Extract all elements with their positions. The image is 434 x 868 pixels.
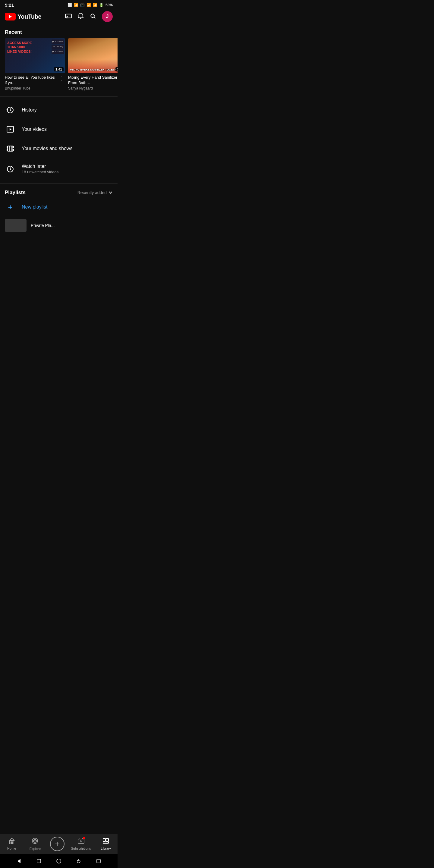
square-button[interactable] bbox=[93, 856, 104, 867]
menu-item-watch-later[interactable]: Watch later 18 unwatched videos bbox=[0, 158, 118, 180]
svg-rect-27 bbox=[103, 842, 108, 843]
recent-scroll: Access morethan 5000liked videos! ▶ YouT… bbox=[0, 38, 118, 95]
signal-icon: 📶 bbox=[93, 3, 97, 7]
divider-1 bbox=[0, 96, 118, 97]
avatar[interactable]: J bbox=[102, 11, 113, 22]
svg-rect-29 bbox=[37, 859, 41, 863]
video-card-2[interactable]: MIXING EVERY SANITIZER TOGETHER 30:53 Mi… bbox=[68, 38, 118, 90]
battery-icon: 🔋 bbox=[99, 3, 104, 7]
play-triangle bbox=[7, 14, 13, 19]
library-icon bbox=[102, 838, 110, 845]
nav-home-label: Home bbox=[7, 846, 16, 850]
video-channel-2: Safiya Nygaard bbox=[68, 86, 118, 90]
nav-create-button[interactable]: + bbox=[50, 837, 64, 851]
sort-button[interactable]: Recently added bbox=[78, 190, 113, 195]
menu-item-movies[interactable]: Your movies and shows bbox=[0, 139, 118, 158]
menu-item-your-videos[interactable]: Your videos bbox=[0, 120, 118, 139]
your-videos-label: Your videos bbox=[22, 127, 47, 132]
create-plus-icon: + bbox=[55, 840, 60, 848]
video-channel-1: Bhupinder Tube bbox=[5, 86, 57, 90]
playlist-item-1[interactable]: Private Pla... bbox=[0, 216, 118, 235]
logo-text: YouTube bbox=[18, 13, 41, 20]
svg-marker-28 bbox=[18, 859, 21, 863]
duration-1: 1:41 bbox=[54, 67, 64, 71]
video-thumb-2: MIXING EVERY SANITIZER TOGETHER 30:53 bbox=[68, 38, 118, 73]
playlist-thumb-1 bbox=[5, 219, 27, 232]
playlists-title: Playlists bbox=[5, 190, 26, 195]
video-info-1: How to see all YouTube likes if yo… Bhup… bbox=[5, 73, 65, 90]
playlists-header: Playlists Recently added bbox=[0, 185, 118, 198]
playlist-info-1: Private Pla... bbox=[31, 223, 113, 228]
nav-item-library[interactable]: Library bbox=[97, 838, 114, 850]
nav-explore-label: Explore bbox=[30, 847, 41, 850]
video-thumb-1: Access morethan 5000liked videos! ▶ YouT… bbox=[5, 38, 65, 73]
new-playlist-item[interactable]: + New playlist bbox=[0, 198, 118, 216]
system-nav bbox=[0, 854, 118, 868]
video-more-1[interactable]: ⋮ bbox=[59, 75, 65, 82]
header-actions: J bbox=[65, 11, 113, 22]
svg-marker-22 bbox=[81, 840, 82, 842]
notifications-icon[interactable] bbox=[78, 13, 84, 21]
vibrate-icon: 📳 bbox=[80, 3, 85, 7]
svg-rect-12 bbox=[7, 146, 13, 151]
divider-2 bbox=[0, 183, 118, 184]
thumb-2-text: MIXING EVERY SANITIZER TOGETHER bbox=[70, 68, 118, 71]
menu-item-history[interactable]: History bbox=[0, 100, 118, 120]
wifi-icon: 📶 bbox=[87, 3, 91, 7]
nav-library-label: Library bbox=[101, 846, 111, 850]
svg-line-4 bbox=[94, 17, 96, 19]
status-icons: ⬜ 📶 📳 📶 📶 🔋 53% bbox=[67, 3, 113, 7]
history-icon bbox=[6, 106, 14, 114]
explore-icon bbox=[31, 837, 38, 846]
bluetooth-icon: 📶 bbox=[74, 3, 79, 7]
header: YouTube J bbox=[0, 9, 118, 26]
nav-item-home[interactable]: Home bbox=[3, 838, 20, 850]
power-button[interactable] bbox=[73, 856, 84, 867]
movies-icon bbox=[6, 144, 14, 153]
svg-point-2 bbox=[80, 18, 81, 19]
home-icon bbox=[8, 838, 16, 845]
your-videos-icon bbox=[6, 125, 14, 133]
video-info-2: Mixing Every Hand Sanitizer From Bath… S… bbox=[68, 73, 118, 90]
battery-pct: 53% bbox=[105, 3, 113, 7]
video-card-1[interactable]: Access morethan 5000liked videos! ▶ YouT… bbox=[5, 38, 65, 90]
nav-item-explore[interactable]: Explore bbox=[27, 837, 43, 850]
plus-icon: + bbox=[6, 203, 14, 211]
new-playlist-label: New playlist bbox=[22, 204, 47, 210]
nav-item-subscriptions[interactable]: Subscriptions bbox=[71, 838, 91, 850]
playlists-section: Playlists Recently added + New playlist … bbox=[0, 185, 118, 235]
recent-title: Recent bbox=[0, 26, 118, 38]
thumb-1-text: Access morethan 5000liked videos! bbox=[7, 41, 32, 54]
svg-rect-17 bbox=[11, 842, 13, 844]
search-icon[interactable] bbox=[90, 13, 96, 21]
subscriptions-icon bbox=[78, 838, 85, 845]
menu-list: History Your videos bbox=[0, 98, 118, 182]
history-label: History bbox=[22, 107, 37, 113]
sort-label: Recently added bbox=[78, 190, 107, 195]
recents-button[interactable] bbox=[33, 856, 44, 867]
notification-dot bbox=[83, 837, 85, 839]
home-button[interactable] bbox=[53, 856, 64, 867]
cast-icon[interactable] bbox=[65, 13, 72, 20]
watch-later-sublabel: 18 unwatched videos bbox=[22, 170, 59, 174]
video-title-1: How to see all YouTube likes if yo… bbox=[5, 75, 57, 85]
playlist-name-1: Private Pla... bbox=[31, 223, 113, 228]
status-bar: 5:21 ⬜ 📶 📳 📶 📶 🔋 53% bbox=[0, 0, 118, 9]
recent-section: Recent Access morethan 5000liked videos!… bbox=[0, 26, 118, 95]
svg-marker-7 bbox=[10, 128, 12, 131]
svg-rect-33 bbox=[97, 859, 100, 863]
logo[interactable]: YouTube bbox=[5, 13, 41, 21]
movies-label: Your movies and shows bbox=[22, 146, 72, 151]
youtube-logo-icon bbox=[5, 13, 16, 21]
svg-rect-26 bbox=[106, 838, 108, 841]
svg-point-30 bbox=[57, 859, 61, 863]
duration-2: 30:53 bbox=[116, 67, 118, 71]
svg-point-3 bbox=[91, 14, 94, 18]
watch-later-icon bbox=[6, 165, 14, 173]
chevron-down-icon bbox=[108, 190, 113, 195]
watch-later-label: Watch later bbox=[22, 164, 59, 169]
svg-rect-25 bbox=[103, 838, 105, 841]
back-button[interactable] bbox=[13, 856, 24, 867]
status-time: 5:21 bbox=[5, 2, 14, 7]
svg-marker-0 bbox=[9, 15, 12, 18]
